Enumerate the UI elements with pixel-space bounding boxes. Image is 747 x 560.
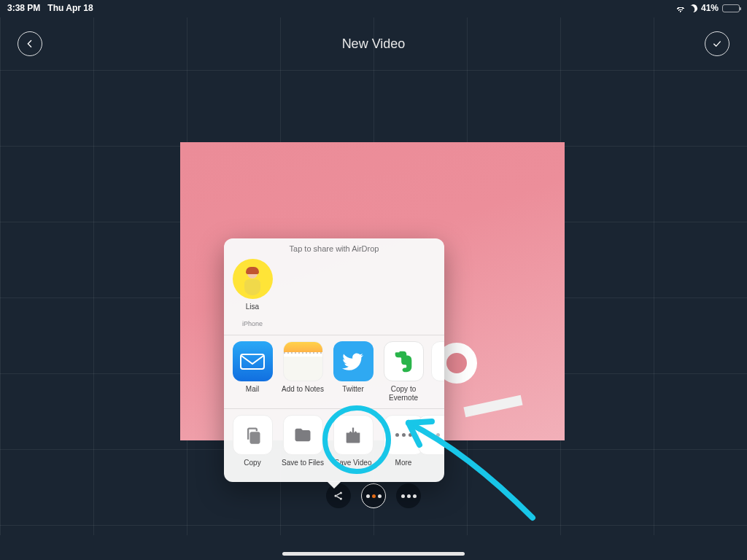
share-sheet: Tap to share with AirDrop Lisa iPhone Ma…	[224, 238, 444, 482]
dnd-moon-icon	[688, 3, 698, 13]
share-action-save-video[interactable]: Save Video	[330, 415, 376, 475]
share-actions-row[interactable]: Copy Save to Files Save Video More	[224, 408, 444, 482]
more-button[interactable]	[396, 483, 421, 508]
home-indicator[interactable]	[282, 552, 465, 556]
battery-icon	[722, 4, 740, 12]
share-app-twitter[interactable]: Twitter	[330, 341, 376, 401]
share-action-label: More	[395, 459, 412, 475]
notes-icon	[283, 341, 323, 381]
app-header: New Video	[0, 26, 747, 62]
copy-icon	[233, 415, 273, 455]
svg-point-3	[340, 497, 342, 499]
airdrop-device: iPhone	[242, 320, 263, 327]
status-time: 3:38 PM	[7, 3, 40, 13]
twitter-icon	[333, 341, 374, 381]
svg-point-2	[340, 491, 342, 494]
svg-point-1	[334, 494, 336, 497]
share-action-label: Copy	[244, 459, 260, 475]
wifi-icon	[676, 4, 686, 12]
save-video-icon	[333, 415, 374, 455]
page-title: New Video	[342, 36, 406, 52]
share-app-label: Twitter	[342, 385, 363, 401]
evernote-icon	[384, 341, 424, 381]
airdrop-hint: Tap to share with AirDrop	[224, 238, 444, 257]
share-action-save-files[interactable]: Save to Files	[280, 415, 325, 475]
status-bar: 3:38 PM Thu Apr 18 41%	[0, 0, 747, 15]
airdrop-avatar-icon	[233, 259, 273, 299]
share-app-notes[interactable]: Add to Notes	[280, 341, 325, 401]
canvas-bar-shape	[463, 395, 522, 417]
share-action-label: Save Video	[335, 459, 372, 475]
share-app-label: Add to Notes	[282, 385, 324, 401]
airdrop-row: Lisa iPhone	[224, 257, 444, 335]
share-app-label: Mail	[246, 385, 259, 401]
share-action-overflow[interactable]	[431, 415, 444, 475]
share-app-evernote[interactable]: Copy to Evernote	[381, 341, 426, 401]
overflow-action-icon	[418, 415, 445, 455]
share-action-label: Save to Files	[282, 459, 324, 475]
battery-percent: 41%	[701, 3, 719, 13]
mail-icon	[233, 341, 273, 381]
share-app-label: Copy to Evernote	[381, 385, 426, 401]
airdrop-contact[interactable]: Lisa iPhone	[230, 259, 275, 327]
overflow-app-icon	[431, 341, 444, 381]
share-app-mail[interactable]: Mail	[230, 341, 275, 401]
svg-rect-0	[241, 354, 264, 369]
status-date: Thu Apr 18	[47, 3, 93, 13]
share-apps-row[interactable]: Mail Add to Notes Twitter Copy to Everno…	[224, 335, 444, 408]
share-app-overflow[interactable]	[431, 341, 444, 401]
airdrop-name: Lisa	[246, 303, 259, 319]
share-action-copy[interactable]: Copy	[230, 415, 275, 475]
done-button[interactable]	[705, 31, 729, 56]
back-button[interactable]	[18, 31, 42, 56]
folder-icon	[283, 415, 323, 455]
style-button[interactable]	[361, 483, 386, 508]
